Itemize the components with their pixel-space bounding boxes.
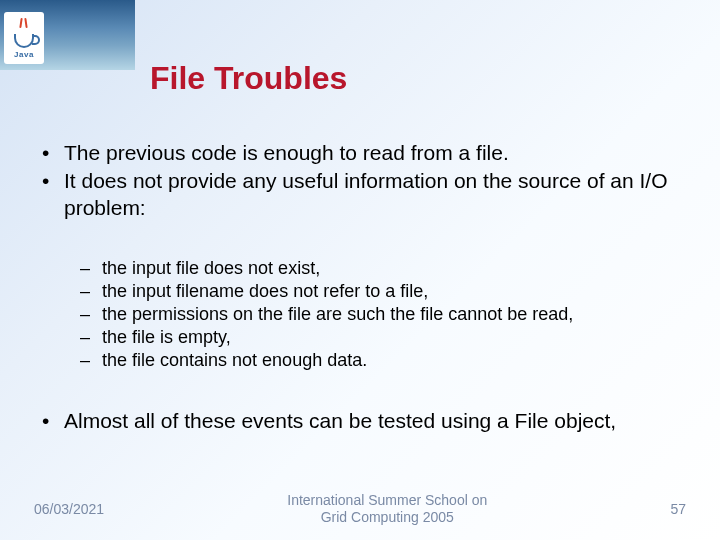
sub-bullet-item: the input file does not exist, — [76, 257, 686, 280]
footer-page-number: 57 — [670, 501, 686, 517]
sub-bullet-item: the file is empty, — [76, 326, 686, 349]
java-logo: Java — [4, 12, 44, 64]
header-image: Java — [0, 0, 135, 70]
sub-bullet-item: the input filename does not refer to a f… — [76, 280, 686, 303]
slide-title: File Troubles — [150, 60, 347, 97]
bullet-item: Almost all of these events can be tested… — [34, 408, 686, 434]
sub-bullet-item: the permissions on the file are such the… — [76, 303, 686, 326]
bullet-list-2: Almost all of these events can be tested… — [34, 408, 686, 434]
java-logo-text: Java — [14, 50, 34, 59]
footer-center: International Summer School on Grid Comp… — [104, 492, 670, 526]
bullet-item: It does not provide any useful informati… — [34, 168, 686, 221]
footer-center-line2: Grid Computing 2005 — [104, 509, 670, 526]
steam-icon — [17, 18, 31, 28]
slide-content: The previous code is enough to read from… — [34, 140, 686, 436]
bullet-list: The previous code is enough to read from… — [34, 140, 686, 221]
sub-bullet-item: the file contains not enough data. — [76, 349, 686, 372]
footer-center-line1: International Summer School on — [104, 492, 670, 509]
footer: 06/03/2021 International Summer School o… — [0, 492, 720, 526]
sub-bullet-list: the input file does not exist, the input… — [76, 257, 686, 372]
footer-date: 06/03/2021 — [34, 501, 104, 517]
cup-icon — [14, 34, 34, 48]
bullet-item: The previous code is enough to read from… — [34, 140, 686, 166]
